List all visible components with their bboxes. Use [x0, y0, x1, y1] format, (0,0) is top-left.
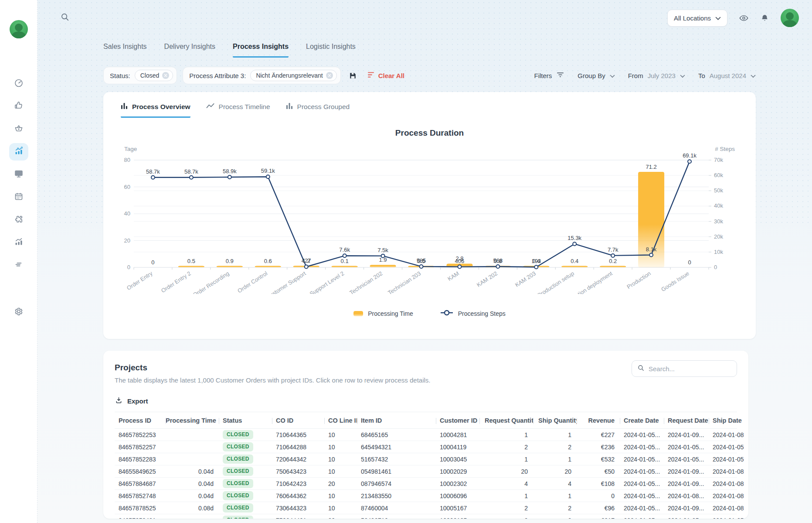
table-cell: €108 [577, 480, 620, 487]
remove-chip-icon[interactable] [326, 72, 333, 79]
sidebar-item-insights[interactable] [9, 143, 28, 161]
tab-process-overview[interactable]: Process Overview [121, 103, 190, 118]
sidebar-item-reports[interactable] [9, 234, 28, 251]
tab-process-grouped[interactable]: Process Grouped [286, 103, 350, 118]
table-cell: CLOSED [219, 442, 272, 451]
tab-label: Process Overview [132, 103, 190, 111]
tab-sales-insights[interactable]: Sales Insights [103, 43, 147, 58]
status-filter-chip[interactable]: Closed [135, 70, 173, 81]
column-header: Process ID [115, 417, 166, 424]
column-header: Create Date [620, 417, 664, 424]
save-filter-button[interactable] [348, 71, 357, 80]
table-cell: 2024-01-09... [664, 431, 709, 438]
table-cell: 645494321 [357, 444, 436, 451]
workspace-avatar[interactable] [10, 20, 28, 38]
chevron-down-icon [715, 14, 721, 22]
legend-processing-steps: Processing Steps [440, 310, 506, 317]
sidebar-item-feedback[interactable] [9, 98, 28, 115]
svg-text:71.2: 71.2 [646, 164, 656, 170]
table-row[interactable]: 846578846870.04dCLOSED710642423200879465… [115, 478, 737, 490]
table-row[interactable]: 84657852257CLOSED71064428810645494321100… [115, 441, 737, 453]
svg-text:Order Entry: Order Entry [126, 270, 154, 291]
table-cell: CLOSED [219, 455, 272, 463]
svg-text:7.7k: 7.7k [608, 246, 618, 253]
list-icon [14, 259, 24, 271]
svg-text:Customer Support: Customer Support [265, 270, 307, 294]
table-cell: €532 [577, 456, 620, 463]
group-by-dropdown[interactable]: Group By [578, 72, 615, 79]
sidebar-item-settings[interactable] [9, 304, 28, 321]
table-cell: 2 [479, 444, 533, 451]
table-row[interactable]: 846558496250.04dCLOSED750643423100549814… [115, 465, 737, 478]
user-avatar[interactable] [781, 9, 799, 27]
svg-text:427: 427 [302, 257, 311, 264]
table-cell: 10002029 [436, 468, 479, 475]
svg-text:193: 193 [531, 258, 541, 264]
table-cell: 0.04d [166, 480, 219, 487]
from-date-dropdown[interactable]: From July 2023 [628, 72, 685, 79]
table-cell: €227 [577, 431, 620, 438]
table-cell: 2024-01-05... [620, 431, 664, 438]
remove-chip-icon[interactable] [162, 72, 169, 79]
table-cell: 20 [533, 468, 577, 475]
table-cell: CLOSED [219, 503, 272, 512]
table-cell: 10 [324, 431, 357, 438]
table-cell: CLOSED [219, 467, 272, 475]
sidebar-item-orders[interactable] [9, 120, 28, 138]
table-row[interactable]: 84657852253CLOSED71064436510684651651000… [115, 429, 737, 441]
gauge-icon [14, 78, 24, 90]
column-header: Status [219, 417, 272, 424]
table-row[interactable]: 84657852283CLOSED72064434210516574321000… [115, 453, 737, 465]
status-filter: Status: Closed [103, 67, 177, 84]
svg-text:0: 0 [127, 264, 130, 270]
tab-process-timeline[interactable]: Process Timeline [206, 103, 270, 118]
attribute-filter: Process Attribute 3: Nicht Änderungsrele… [183, 67, 340, 84]
legend-label: Processing Time [368, 310, 413, 317]
svg-text:Production: Production [625, 270, 652, 290]
export-button[interactable]: Export [115, 396, 148, 406]
bell-icon[interactable] [760, 14, 769, 23]
sidebar-item-dashboard[interactable] [9, 75, 28, 92]
to-date-dropdown[interactable]: To August 2024 [698, 72, 756, 79]
eye-icon[interactable] [739, 13, 749, 23]
table-cell: 0 [577, 492, 620, 499]
table-cell: 84655849625 [115, 468, 166, 475]
projects-description: The table displays the latest 1,000 Cust… [115, 376, 430, 384]
clear-all-icon [367, 72, 375, 79]
search-icon[interactable] [60, 12, 70, 24]
filters-button[interactable]: Filters [534, 71, 564, 80]
table-row[interactable]: 84657053481CLOSED75064440130564987101000… [115, 514, 737, 519]
status-badge: CLOSED [223, 442, 253, 451]
table-cell: 2024-01-08 [709, 492, 744, 499]
search-input[interactable] [649, 365, 731, 373]
puzzle-icon [14, 214, 24, 226]
attribute-filter-chip[interactable]: Nicht Änderungsrelevant [250, 70, 336, 81]
download-icon [115, 396, 123, 406]
sidebar-item-calendar[interactable] [9, 188, 28, 206]
tab-delivery-insights[interactable]: Delivery Insights [164, 43, 215, 58]
bar-swatch-icon [353, 311, 363, 316]
location-selector[interactable]: All Locations [667, 10, 727, 27]
table-cell: 56498710 [357, 517, 436, 519]
table-row[interactable]: 846578527480.04dCLOSED760644362102134835… [115, 490, 737, 502]
tab-process-insights[interactable]: Process Insights [233, 43, 289, 58]
table-cell: €50 [577, 468, 620, 475]
status-badge: CLOSED [223, 479, 253, 488]
sidebar-item-integrations[interactable] [9, 211, 28, 229]
table-cell: 20 [479, 468, 533, 475]
table-body: 84657852253CLOSED71064436510684651651000… [115, 429, 737, 519]
filter-lines-icon [556, 71, 564, 80]
sidebar-item-logs[interactable] [9, 256, 28, 274]
chart-legend: Processing Time Processing Steps [121, 310, 738, 317]
table-cell: 51657432 [357, 456, 436, 463]
sidebar [0, 0, 37, 523]
chevron-down-icon [680, 72, 685, 79]
status-badge: CLOSED [223, 503, 253, 512]
process-duration-chart: 010k20k30k40k50k60k70k020406080Tage# Ste… [121, 140, 738, 294]
tab-logistic-insights[interactable]: Logistic Insights [306, 43, 356, 58]
sidebar-item-monitor[interactable] [9, 166, 28, 183]
chevron-down-icon [751, 72, 756, 79]
clear-all-filters[interactable]: Clear All [367, 72, 404, 79]
table-cell: 2024-01-08 [709, 505, 744, 512]
table-row[interactable]: 846578785250.08dCLOSED730644323108746000… [115, 502, 737, 514]
